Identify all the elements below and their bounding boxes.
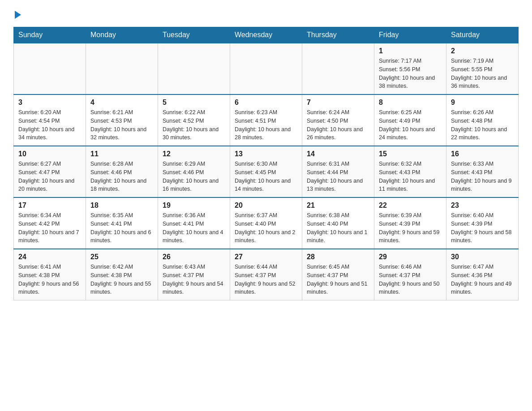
calendar-cell — [302, 43, 374, 94]
calendar-week-row: 24Sunrise: 6:41 AM Sunset: 4:38 PM Dayli… — [14, 249, 519, 300]
day-number: 11 — [90, 150, 153, 158]
day-number: 12 — [163, 150, 225, 158]
calendar-cell — [14, 43, 86, 94]
logo — [13, 11, 21, 19]
day-info: Sunrise: 6:21 AM Sunset: 4:53 PM Dayligh… — [90, 108, 153, 142]
calendar-cell: 9Sunrise: 6:26 AM Sunset: 4:48 PM Daylig… — [446, 94, 519, 146]
calendar-cell: 7Sunrise: 6:24 AM Sunset: 4:50 PM Daylig… — [302, 94, 374, 146]
calendar-cell: 14Sunrise: 6:31 AM Sunset: 4:44 PM Dayli… — [302, 146, 374, 197]
day-number: 16 — [451, 150, 514, 158]
day-number: 3 — [18, 98, 81, 107]
day-number: 17 — [18, 201, 81, 210]
day-number: 1 — [379, 47, 442, 55]
day-info: Sunrise: 6:28 AM Sunset: 4:46 PM Dayligh… — [90, 160, 153, 193]
calendar-cell: 13Sunrise: 6:30 AM Sunset: 4:45 PM Dayli… — [230, 146, 302, 197]
day-number: 22 — [379, 201, 442, 210]
day-info: Sunrise: 6:27 AM Sunset: 4:47 PM Dayligh… — [18, 160, 81, 193]
calendar-cell — [158, 43, 230, 94]
day-number: 30 — [451, 253, 514, 261]
day-info: Sunrise: 6:34 AM Sunset: 4:42 PM Dayligh… — [18, 211, 81, 245]
day-number: 26 — [163, 253, 225, 261]
day-number: 29 — [379, 253, 442, 261]
calendar-cell: 28Sunrise: 6:45 AM Sunset: 4:37 PM Dayli… — [302, 249, 374, 300]
calendar-cell: 12Sunrise: 6:29 AM Sunset: 4:46 PM Dayli… — [158, 146, 230, 197]
day-number: 9 — [451, 98, 514, 107]
day-info: Sunrise: 7:19 AM Sunset: 5:55 PM Dayligh… — [451, 57, 514, 90]
logo-arrow-icon — [15, 11, 21, 19]
day-number: 23 — [451, 201, 514, 210]
day-number: 28 — [307, 253, 369, 261]
calendar-cell: 10Sunrise: 6:27 AM Sunset: 4:47 PM Dayli… — [14, 146, 86, 197]
weekday-header-thursday: Thursday — [302, 27, 374, 43]
day-number: 6 — [235, 98, 297, 107]
logo-blue-text — [13, 11, 21, 19]
calendar-body: 1Sunrise: 7:17 AM Sunset: 5:56 PM Daylig… — [14, 43, 519, 300]
day-info: Sunrise: 6:31 AM Sunset: 4:44 PM Dayligh… — [307, 160, 369, 193]
day-info: Sunrise: 6:45 AM Sunset: 4:37 PM Dayligh… — [307, 263, 369, 296]
day-number: 27 — [235, 253, 297, 261]
day-info: Sunrise: 7:17 AM Sunset: 5:56 PM Dayligh… — [379, 57, 442, 90]
calendar-cell: 4Sunrise: 6:21 AM Sunset: 4:53 PM Daylig… — [86, 94, 158, 146]
calendar-cell: 3Sunrise: 6:20 AM Sunset: 4:54 PM Daylig… — [14, 94, 86, 146]
day-number: 2 — [451, 47, 514, 55]
calendar-cell: 11Sunrise: 6:28 AM Sunset: 4:46 PM Dayli… — [86, 146, 158, 197]
day-info: Sunrise: 6:22 AM Sunset: 4:52 PM Dayligh… — [163, 108, 225, 142]
calendar-cell: 17Sunrise: 6:34 AM Sunset: 4:42 PM Dayli… — [14, 197, 86, 249]
weekday-header-sunday: Sunday — [14, 27, 86, 43]
day-info: Sunrise: 6:44 AM Sunset: 4:37 PM Dayligh… — [235, 263, 297, 296]
day-number: 5 — [163, 98, 225, 107]
day-number: 4 — [90, 98, 153, 107]
weekday-header-row: SundayMondayTuesdayWednesdayThursdayFrid… — [14, 27, 519, 43]
day-info: Sunrise: 6:35 AM Sunset: 4:41 PM Dayligh… — [90, 211, 153, 245]
calendar-table: SundayMondayTuesdayWednesdayThursdayFrid… — [13, 27, 519, 300]
day-info: Sunrise: 6:33 AM Sunset: 4:43 PM Dayligh… — [451, 160, 514, 193]
day-info: Sunrise: 6:26 AM Sunset: 4:48 PM Dayligh… — [451, 108, 514, 142]
weekday-header-tuesday: Tuesday — [158, 27, 230, 43]
calendar-cell: 20Sunrise: 6:37 AM Sunset: 4:40 PM Dayli… — [230, 197, 302, 249]
day-number: 15 — [379, 150, 442, 158]
day-number: 13 — [235, 150, 297, 158]
calendar-cell: 16Sunrise: 6:33 AM Sunset: 4:43 PM Dayli… — [446, 146, 519, 197]
day-info: Sunrise: 6:47 AM Sunset: 4:36 PM Dayligh… — [451, 263, 514, 296]
day-info: Sunrise: 6:46 AM Sunset: 4:37 PM Dayligh… — [379, 263, 442, 296]
day-info: Sunrise: 6:41 AM Sunset: 4:38 PM Dayligh… — [18, 263, 81, 296]
day-info: Sunrise: 6:43 AM Sunset: 4:37 PM Dayligh… — [163, 263, 225, 296]
day-info: Sunrise: 6:38 AM Sunset: 4:40 PM Dayligh… — [307, 211, 369, 245]
calendar-cell: 15Sunrise: 6:32 AM Sunset: 4:43 PM Dayli… — [374, 146, 446, 197]
calendar-cell: 24Sunrise: 6:41 AM Sunset: 4:38 PM Dayli… — [14, 249, 86, 300]
calendar-cell: 5Sunrise: 6:22 AM Sunset: 4:52 PM Daylig… — [158, 94, 230, 146]
calendar-cell: 22Sunrise: 6:39 AM Sunset: 4:39 PM Dayli… — [374, 197, 446, 249]
calendar-cell: 1Sunrise: 7:17 AM Sunset: 5:56 PM Daylig… — [374, 43, 446, 94]
day-number: 7 — [307, 98, 369, 107]
calendar-cell: 26Sunrise: 6:43 AM Sunset: 4:37 PM Dayli… — [158, 249, 230, 300]
calendar-header: SundayMondayTuesdayWednesdayThursdayFrid… — [14, 27, 519, 43]
day-number: 8 — [379, 98, 442, 107]
calendar-cell: 19Sunrise: 6:36 AM Sunset: 4:41 PM Dayli… — [158, 197, 230, 249]
calendar-cell: 2Sunrise: 7:19 AM Sunset: 5:55 PM Daylig… — [446, 43, 519, 94]
day-info: Sunrise: 6:39 AM Sunset: 4:39 PM Dayligh… — [379, 211, 442, 245]
weekday-header-monday: Monday — [86, 27, 158, 43]
calendar-cell — [86, 43, 158, 94]
calendar-cell: 18Sunrise: 6:35 AM Sunset: 4:41 PM Dayli… — [86, 197, 158, 249]
day-number: 25 — [90, 253, 153, 261]
calendar-cell: 21Sunrise: 6:38 AM Sunset: 4:40 PM Dayli… — [302, 197, 374, 249]
day-info: Sunrise: 6:24 AM Sunset: 4:50 PM Dayligh… — [307, 108, 369, 142]
calendar-cell: 25Sunrise: 6:42 AM Sunset: 4:38 PM Dayli… — [86, 249, 158, 300]
calendar-cell: 30Sunrise: 6:47 AM Sunset: 4:36 PM Dayli… — [446, 249, 519, 300]
day-info: Sunrise: 6:32 AM Sunset: 4:43 PM Dayligh… — [379, 160, 442, 193]
day-info: Sunrise: 6:42 AM Sunset: 4:38 PM Dayligh… — [90, 263, 153, 296]
calendar-cell: 27Sunrise: 6:44 AM Sunset: 4:37 PM Dayli… — [230, 249, 302, 300]
day-info: Sunrise: 6:37 AM Sunset: 4:40 PM Dayligh… — [235, 211, 297, 245]
day-number: 24 — [18, 253, 81, 261]
calendar-cell: 8Sunrise: 6:25 AM Sunset: 4:49 PM Daylig… — [374, 94, 446, 146]
calendar-cell: 6Sunrise: 6:23 AM Sunset: 4:51 PM Daylig… — [230, 94, 302, 146]
day-info: Sunrise: 6:20 AM Sunset: 4:54 PM Dayligh… — [18, 108, 81, 142]
day-info: Sunrise: 6:30 AM Sunset: 4:45 PM Dayligh… — [235, 160, 297, 193]
day-number: 10 — [18, 150, 81, 158]
weekday-header-saturday: Saturday — [446, 27, 519, 43]
day-info: Sunrise: 6:29 AM Sunset: 4:46 PM Dayligh… — [163, 160, 225, 193]
calendar-week-row: 1Sunrise: 7:17 AM Sunset: 5:56 PM Daylig… — [14, 43, 519, 94]
calendar-week-row: 3Sunrise: 6:20 AM Sunset: 4:54 PM Daylig… — [14, 94, 519, 146]
calendar-week-row: 10Sunrise: 6:27 AM Sunset: 4:47 PM Dayli… — [14, 146, 519, 197]
weekday-header-wednesday: Wednesday — [230, 27, 302, 43]
